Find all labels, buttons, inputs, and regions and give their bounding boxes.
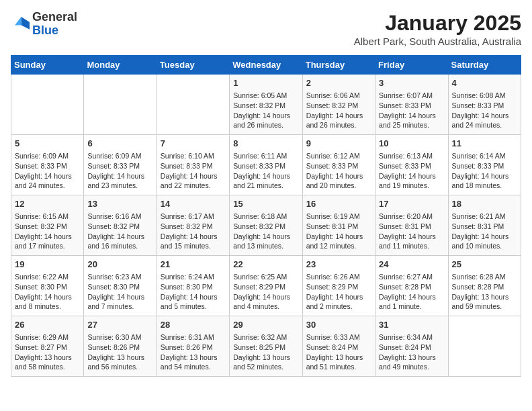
day-info: Sunrise: 6:25 AMSunset: 8:29 PMDaylight:… <box>233 272 298 312</box>
calendar-cell: 1Sunrise: 6:05 AMSunset: 8:32 PMDaylight… <box>230 75 302 135</box>
day-number: 13 <box>87 198 152 210</box>
day-info: Sunrise: 6:26 AMSunset: 8:29 PMDaylight:… <box>306 272 371 312</box>
day-number: 4 <box>452 77 517 89</box>
calendar-cell: 31Sunrise: 6:34 AMSunset: 8:24 PMDayligh… <box>375 316 448 377</box>
calendar-cell: 17Sunrise: 6:20 AMSunset: 8:31 PMDayligh… <box>375 195 448 256</box>
day-number: 8 <box>233 138 298 150</box>
day-number: 15 <box>233 198 298 210</box>
calendar-cell <box>11 75 84 135</box>
day-info: Sunrise: 6:13 AMSunset: 8:33 PMDaylight:… <box>379 151 444 191</box>
day-number: 10 <box>379 138 444 150</box>
logo-icon <box>11 15 30 34</box>
calendar-cell: 18Sunrise: 6:21 AMSunset: 8:31 PMDayligh… <box>448 195 521 256</box>
day-info: Sunrise: 6:32 AMSunset: 8:25 PMDaylight:… <box>233 332 298 372</box>
day-info: Sunrise: 6:18 AMSunset: 8:32 PMDaylight:… <box>233 212 298 251</box>
day-info: Sunrise: 6:11 AMSunset: 8:33 PMDaylight:… <box>233 151 298 191</box>
header-saturday: Saturday <box>448 56 521 75</box>
day-info: Sunrise: 6:34 AMSunset: 8:24 PMDaylight:… <box>379 332 444 372</box>
calendar-cell: 16Sunrise: 6:19 AMSunset: 8:31 PMDayligh… <box>302 195 375 256</box>
header-friday: Friday <box>375 56 448 75</box>
page-header: General Blue January 2025 Albert Park, S… <box>11 11 521 47</box>
calendar-cell: 7Sunrise: 6:10 AMSunset: 8:33 PMDaylight… <box>157 135 229 195</box>
day-number: 28 <box>161 319 226 331</box>
title-block: January 2025 Albert Park, South Australi… <box>354 11 521 47</box>
calendar-cell: 12Sunrise: 6:15 AMSunset: 8:32 PMDayligh… <box>11 195 84 256</box>
day-info: Sunrise: 6:19 AMSunset: 8:31 PMDaylight:… <box>306 212 371 251</box>
header-sunday: Sunday <box>11 56 84 75</box>
header-tuesday: Tuesday <box>157 56 229 75</box>
day-number: 9 <box>306 138 371 150</box>
calendar-cell: 22Sunrise: 6:25 AMSunset: 8:29 PMDayligh… <box>230 256 302 316</box>
day-number: 14 <box>161 198 226 210</box>
calendar-cell: 30Sunrise: 6:33 AMSunset: 8:24 PMDayligh… <box>302 316 375 377</box>
day-number: 27 <box>87 319 152 331</box>
calendar-cell: 11Sunrise: 6:14 AMSunset: 8:33 PMDayligh… <box>448 135 521 195</box>
day-number: 24 <box>379 259 444 271</box>
calendar-week-row: 1Sunrise: 6:05 AMSunset: 8:32 PMDaylight… <box>11 75 521 135</box>
logo: General Blue <box>11 11 77 38</box>
day-number: 19 <box>15 259 80 271</box>
calendar-cell: 28Sunrise: 6:31 AMSunset: 8:26 PMDayligh… <box>157 316 229 377</box>
calendar-week-row: 26Sunrise: 6:29 AMSunset: 8:27 PMDayligh… <box>11 316 521 377</box>
calendar-cell: 4Sunrise: 6:08 AMSunset: 8:33 PMDaylight… <box>448 75 521 135</box>
calendar-header-row: SundayMondayTuesdayWednesdayThursdayFrid… <box>11 56 521 75</box>
day-number: 5 <box>15 138 80 150</box>
day-info: Sunrise: 6:23 AMSunset: 8:30 PMDaylight:… <box>87 272 152 312</box>
calendar-cell: 10Sunrise: 6:13 AMSunset: 8:33 PMDayligh… <box>375 135 448 195</box>
day-number: 29 <box>233 319 298 331</box>
calendar-table: SundayMondayTuesdayWednesdayThursdayFrid… <box>11 55 521 377</box>
calendar-cell: 3Sunrise: 6:07 AMSunset: 8:33 PMDaylight… <box>375 75 448 135</box>
day-number: 18 <box>452 198 517 210</box>
day-info: Sunrise: 6:33 AMSunset: 8:24 PMDaylight:… <box>306 332 371 372</box>
calendar-week-row: 12Sunrise: 6:15 AMSunset: 8:32 PMDayligh… <box>11 195 521 256</box>
calendar-week-row: 19Sunrise: 6:22 AMSunset: 8:30 PMDayligh… <box>11 256 521 316</box>
logo-blue-text: Blue <box>32 24 58 37</box>
day-number: 30 <box>306 319 371 331</box>
day-info: Sunrise: 6:20 AMSunset: 8:31 PMDaylight:… <box>379 212 444 251</box>
calendar-cell: 24Sunrise: 6:27 AMSunset: 8:28 PMDayligh… <box>375 256 448 316</box>
day-number: 20 <box>87 259 152 271</box>
calendar-cell: 20Sunrise: 6:23 AMSunset: 8:30 PMDayligh… <box>84 256 157 316</box>
day-number: 22 <box>233 259 298 271</box>
logo-general-text: General <box>32 10 77 24</box>
day-number: 16 <box>306 198 371 210</box>
calendar-cell: 2Sunrise: 6:06 AMSunset: 8:32 PMDaylight… <box>302 75 375 135</box>
calendar-cell: 29Sunrise: 6:32 AMSunset: 8:25 PMDayligh… <box>230 316 302 377</box>
day-number: 3 <box>379 77 444 89</box>
day-number: 17 <box>379 198 444 210</box>
day-info: Sunrise: 6:05 AMSunset: 8:32 PMDaylight:… <box>233 91 298 130</box>
day-info: Sunrise: 6:21 AMSunset: 8:31 PMDaylight:… <box>452 212 517 251</box>
calendar-cell: 27Sunrise: 6:30 AMSunset: 8:26 PMDayligh… <box>84 316 157 377</box>
calendar-cell: 9Sunrise: 6:12 AMSunset: 8:33 PMDaylight… <box>302 135 375 195</box>
day-info: Sunrise: 6:08 AMSunset: 8:33 PMDaylight:… <box>452 91 517 130</box>
calendar-cell <box>84 75 157 135</box>
header-monday: Monday <box>84 56 157 75</box>
day-info: Sunrise: 6:06 AMSunset: 8:32 PMDaylight:… <box>306 91 371 130</box>
day-info: Sunrise: 6:27 AMSunset: 8:28 PMDaylight:… <box>379 272 444 312</box>
day-number: 2 <box>306 77 371 89</box>
day-info: Sunrise: 6:14 AMSunset: 8:33 PMDaylight:… <box>452 151 517 191</box>
day-number: 23 <box>306 259 371 271</box>
calendar-cell <box>157 75 229 135</box>
calendar-cell: 8Sunrise: 6:11 AMSunset: 8:33 PMDaylight… <box>230 135 302 195</box>
day-number: 1 <box>233 77 298 89</box>
header-wednesday: Wednesday <box>230 56 302 75</box>
day-info: Sunrise: 6:07 AMSunset: 8:33 PMDaylight:… <box>379 91 444 130</box>
day-number: 12 <box>15 198 80 210</box>
day-info: Sunrise: 6:17 AMSunset: 8:32 PMDaylight:… <box>161 212 226 251</box>
calendar-title: January 2025 <box>354 11 521 36</box>
day-info: Sunrise: 6:10 AMSunset: 8:33 PMDaylight:… <box>161 151 226 191</box>
calendar-week-row: 5Sunrise: 6:09 AMSunset: 8:33 PMDaylight… <box>11 135 521 195</box>
day-info: Sunrise: 6:15 AMSunset: 8:32 PMDaylight:… <box>15 212 80 251</box>
calendar-cell: 6Sunrise: 6:09 AMSunset: 8:33 PMDaylight… <box>84 135 157 195</box>
calendar-cell: 13Sunrise: 6:16 AMSunset: 8:32 PMDayligh… <box>84 195 157 256</box>
day-number: 21 <box>161 259 226 271</box>
calendar-cell: 19Sunrise: 6:22 AMSunset: 8:30 PMDayligh… <box>11 256 84 316</box>
day-number: 25 <box>452 259 517 271</box>
day-info: Sunrise: 6:29 AMSunset: 8:27 PMDaylight:… <box>15 332 80 372</box>
day-number: 31 <box>379 319 444 331</box>
day-number: 26 <box>15 319 80 331</box>
day-info: Sunrise: 6:09 AMSunset: 8:33 PMDaylight:… <box>87 151 152 191</box>
day-info: Sunrise: 6:12 AMSunset: 8:33 PMDaylight:… <box>306 151 371 191</box>
calendar-subtitle: Albert Park, South Australia, Australia <box>354 36 521 47</box>
